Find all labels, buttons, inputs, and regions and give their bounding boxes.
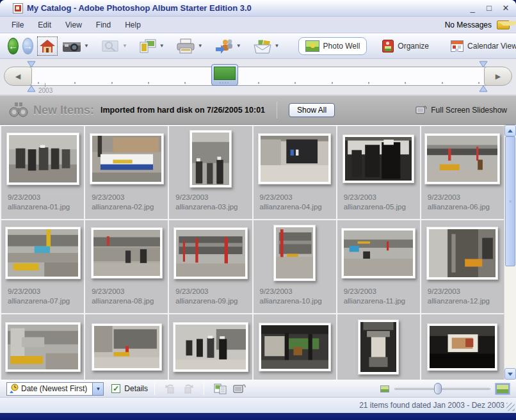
email-dropdown-arrow[interactable]: ▼ (275, 43, 280, 49)
timeline-track[interactable] (18, 67, 498, 86)
show-all-button[interactable]: Show All (289, 103, 335, 117)
sort-dropdown-arrow[interactable]: ▼ (92, 383, 103, 395)
full-screen-slideshow-label[interactable]: Full Screen Slideshow (431, 106, 507, 115)
photo-thumbnail[interactable] (189, 130, 232, 188)
print-button[interactable]: ▼ (174, 36, 210, 56)
photo-well-button[interactable]: Photo Well (298, 37, 367, 55)
create-dropdown-arrow[interactable]: ▼ (159, 43, 165, 49)
sort-order-dropdown[interactable]: Date (Newest First) ▼ (6, 382, 104, 396)
timeline-range-end-top-marker[interactable] (479, 61, 488, 68)
photo-cell[interactable] (169, 314, 252, 380)
scrollbar-thumb[interactable]: ≡ (505, 136, 515, 266)
back-button[interactable]: ← (8, 38, 19, 54)
resize-grip[interactable] (506, 403, 515, 411)
calendar-view-button[interactable]: Calendar View (444, 38, 516, 54)
photo-cell[interactable] (337, 314, 420, 380)
scrollbar-track[interactable]: ≡ (504, 136, 516, 368)
share-people-icon (214, 38, 234, 54)
messages-envelope-icon[interactable] (497, 20, 510, 29)
menu-find[interactable]: Find (96, 20, 111, 29)
photo-thumbnail[interactable] (427, 323, 497, 371)
find-photos-button[interactable]: ▼ (99, 37, 134, 55)
slider-track[interactable] (394, 388, 490, 390)
photo-thumbnail[interactable] (90, 133, 164, 184)
home-button[interactable] (37, 36, 58, 56)
options-divider (154, 382, 155, 395)
photo-cell[interactable]: 9/23/2003 allianzarena-01.jpg (1, 126, 84, 219)
share-dropdown-arrow[interactable]: ▼ (236, 43, 241, 49)
timeline-slider-grip: •••• (214, 81, 236, 84)
options-slideshow-icon[interactable] (233, 383, 246, 394)
photo-thumbnail[interactable] (173, 322, 248, 372)
photo-cell[interactable]: 9/23/2003 allianzarena-10.jpg (254, 220, 336, 313)
photo-filename: allianzarena-08.jpg (92, 296, 161, 306)
properties-icon[interactable] (214, 383, 227, 394)
vertical-scrollbar[interactable]: ≡ (504, 125, 516, 380)
status-bar: 21 items found dated Jan 2003 - Dez 2003 (0, 398, 516, 413)
details-checkbox[interactable]: ✓ (111, 384, 120, 393)
photo-filename: allianzarena-07.jpg (8, 296, 77, 306)
photo-thumbnail[interactable] (259, 323, 331, 371)
photo-thumbnail[interactable] (92, 323, 162, 371)
import-camera-button[interactable]: ▼ (60, 37, 96, 55)
maximize-button[interactable]: □ (484, 3, 494, 13)
print-dropdown-arrow[interactable]: ▼ (198, 43, 203, 49)
photo-thumbnail[interactable] (343, 134, 414, 183)
photo-thumbnail[interactable] (91, 227, 163, 279)
photo-cell[interactable]: 9/23/2003 allianzarena-11.jpg (337, 220, 420, 313)
timeline-range-start-top-marker[interactable] (27, 61, 36, 68)
photo-thumbnail[interactable] (426, 227, 498, 280)
photo-thumbnail[interactable] (424, 133, 500, 184)
photo-thumbnail[interactable] (258, 133, 331, 184)
photo-thumbnail[interactable] (273, 225, 316, 281)
timeline-range-end-bottom-marker[interactable] (479, 85, 488, 92)
photo-cell[interactable]: 9/23/2003 allianzarena-05.jpg (337, 126, 420, 219)
photo-cell[interactable]: 9/23/2003 allianzarena-06.jpg (421, 126, 504, 219)
timeline-slider-handle[interactable]: •••• (211, 64, 238, 86)
scroll-down-button[interactable] (504, 368, 516, 380)
photo-cell[interactable]: 9/23/2003 allianzarena-07.jpg (1, 220, 84, 313)
menu-file[interactable]: File (12, 20, 24, 29)
slideshow-icon (415, 105, 427, 115)
organize-button[interactable]: Organize (376, 37, 435, 55)
photo-cell[interactable]: 9/23/2003 allianzarena-02.jpg (85, 126, 168, 219)
photo-cell[interactable]: 9/23/2003 allianzarena-09.jpg (169, 220, 252, 313)
close-button[interactable]: ✕ (501, 3, 511, 13)
large-thumbnail-icon[interactable] (496, 384, 510, 394)
forward-button[interactable]: → (22, 38, 33, 54)
timeline-range-start-bottom-marker[interactable] (27, 85, 36, 92)
slider-thumb[interactable] (434, 383, 442, 394)
menu-view[interactable]: View (65, 20, 82, 29)
photo-cell[interactable]: 9/23/2003 allianzarena-12.jpg (421, 220, 504, 313)
menu-edit[interactable]: Edit (38, 20, 51, 29)
photo-cell[interactable] (1, 314, 84, 380)
timeline-scroll-right-button[interactable]: ▶ (484, 67, 512, 86)
menu-help[interactable]: Help (125, 20, 141, 29)
photo-cell[interactable]: 9/23/2003 allianzarena-03.jpg (169, 126, 252, 219)
photo-cell[interactable] (421, 314, 504, 380)
photo-thumbnail[interactable] (6, 133, 79, 185)
rotate-right-icon[interactable] (182, 384, 194, 394)
small-thumbnail-icon[interactable] (380, 385, 389, 392)
email-button[interactable]: ▼ (251, 36, 287, 56)
photo-cell[interactable] (85, 314, 168, 380)
photo-cell[interactable]: 9/23/2003 allianzarena-08.jpg (85, 220, 168, 313)
minimize-button[interactable]: _ (467, 3, 478, 13)
share-button[interactable]: ▼ (213, 36, 248, 56)
photo-cell[interactable] (254, 314, 336, 380)
create-button[interactable]: ▼ (137, 36, 172, 56)
photo-thumbnail[interactable] (173, 227, 248, 279)
photo-thumbnail[interactable] (341, 228, 415, 279)
scroll-up-button[interactable] (504, 125, 516, 136)
photo-thumbnail[interactable] (358, 319, 399, 375)
rotate-left-icon[interactable] (165, 384, 176, 394)
photo-cell[interactable]: 9/23/2003 allianzarena-04.jpg (254, 126, 336, 219)
printer-icon (176, 38, 195, 54)
photo-filename: allianzarena-11.jpg (344, 296, 414, 306)
timeline-scroll-left-button[interactable]: ◀ (4, 67, 32, 86)
camera-dropdown-arrow[interactable]: ▼ (84, 43, 89, 49)
find-dropdown-arrow[interactable]: ▼ (122, 43, 127, 49)
photo-thumbnail[interactable] (5, 227, 81, 279)
thumbnail-size-slider[interactable] (394, 383, 490, 394)
photo-thumbnail[interactable] (5, 322, 81, 372)
